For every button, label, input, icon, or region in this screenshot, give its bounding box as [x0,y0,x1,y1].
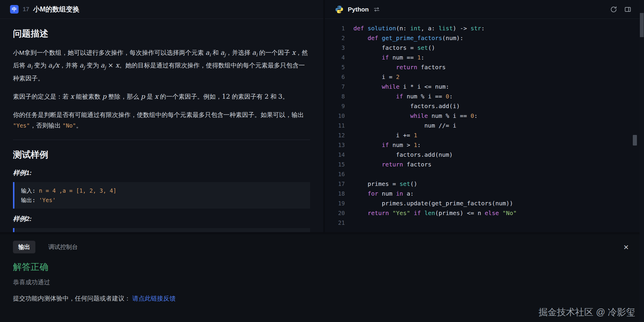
tab-output[interactable]: 输出 [13,241,35,253]
line-number: 18 [325,189,345,199]
code-line[interactable]: 5 return factors [325,62,640,72]
app: 中 17 小M的数组变换 问题描述 小M拿到一个数组，她可以进行多次操作，每次操… [0,0,644,322]
layout-panel-icon[interactable] [624,6,631,13]
page-scrollbar-thumb[interactable] [640,13,644,37]
example-row: 输入: n = 4 ,a = [1, 2, 3, 4] [21,186,304,195]
line-number: 21 [325,218,345,228]
editor-panel: Python [325,0,640,232]
code-line[interactable]: 15 return factors [325,160,640,169]
problem-paragraphs: 小M拿到一个数组，她可以进行多次操作，每次操作可以选择两个元素 ai 和 aj，… [13,47,310,131]
code-line[interactable]: 19 primes.update(get_prime_factors(num)) [325,199,640,208]
code-line[interactable]: 8 if num % i == 0: [325,92,640,101]
line-number: 12 [325,131,345,140]
example-row: 输入: n = 2 ,a = [10, 12] [21,232,304,232]
examples: 样例1:输入: n = 4 ,a = [1, 2, 3, 4]输出: 'Yes'… [13,169,310,232]
line-number: 16 [325,169,345,179]
code-line[interactable]: 3 factors = set() [325,43,640,53]
difficulty-badge: 中 [10,5,19,14]
feedback-link[interactable]: 请点此链接反馈 [132,295,176,302]
line-number: 2 [325,33,345,43]
description-heading: 问题描述 [13,28,310,40]
problem-panel: 中 17 小M的数组变换 问题描述 小M拿到一个数组，她可以进行多次操作，每次操… [0,0,323,232]
line-number: 6 [325,72,345,82]
problem-title: 小M的数组变换 [33,5,79,14]
line-number: 20 [325,208,345,218]
line-number: 1 [325,24,345,33]
line-number: 8 [325,92,345,101]
feedback-row: 提交功能内测体验中，任何问题或者建议： 请点此链接反馈 [13,294,644,303]
editor-actions [610,6,631,13]
code-line[interactable]: 6 i = 2 [325,72,640,82]
result-subtitle: 恭喜成功通过 [13,278,644,286]
language-swap-icon[interactable] [373,6,380,13]
example-label: 样例2: [13,214,310,223]
code-lines: 1def solution(n: int, a: list) -> str:2 … [325,24,640,228]
line-number: 15 [325,160,345,169]
section-divider [13,140,310,140]
language-label: Python [348,6,369,13]
example-label: 样例1: [13,169,310,177]
code-line[interactable]: 12 i += 1 [325,131,640,140]
page-scrollbar[interactable] [640,0,644,322]
example-block: 输入: n = 4 ,a = [1, 2, 3, 4]输出: 'Yes' [13,182,310,209]
line-number: 10 [325,111,345,121]
code-line[interactable]: 21 [325,218,640,228]
console-tabs: 输出 调试控制台 × [0,234,644,253]
code-editor[interactable]: 1def solution(n: int, a: list) -> str:2 … [325,19,640,232]
code-line[interactable]: 9 factors.add(i) [325,101,640,111]
code-line[interactable]: 17 primes = set() [325,179,640,189]
code-line[interactable]: 1def solution(n: int, a: list) -> str: [325,24,640,33]
problem-content[interactable]: 问题描述 小M拿到一个数组，她可以进行多次操作，每次操作可以选择两个元素 ai … [0,19,323,232]
code-line[interactable]: 14 factors.add(num) [325,150,640,160]
code-line[interactable]: 11 num //= i [325,121,640,131]
watermark: 掘金技术社区 @ 冷影玺 [538,306,635,318]
line-number: 19 [325,199,345,208]
code-line[interactable]: 20 return "Yes" if len(primes) <= n else… [325,208,640,218]
line-number: 7 [325,82,345,92]
example-block: 输入: n = 2 ,a = [10, 12]输出: 'No' [13,228,310,232]
problem-number: 17 [23,6,29,13]
code-line[interactable]: 7 while i * i <= num: [325,82,640,92]
line-number: 11 [325,121,345,131]
console-panel: 输出 调试控制台 × 解答正确 恭喜成功通过 提交功能内测体验中，任何问题或者建… [0,234,644,322]
line-number: 14 [325,150,345,160]
example-row: 输出: 'Yes' [21,195,304,205]
code-line[interactable]: 4 if num == 1: [325,53,640,62]
problem-paragraph: 你的任务是判断是否有可能通过有限次操作，使数组中的每个元素最多只包含一种素因子。… [13,110,310,131]
code-line[interactable]: 13 if num > 1: [325,140,640,150]
code-line[interactable]: 10 while num % i == 0: [325,111,640,121]
python-icon [335,5,344,14]
tab-debug-console[interactable]: 调试控制台 [47,243,80,251]
result-status: 解答正确 [13,261,644,273]
examples-heading: 测试样例 [13,149,310,161]
problem-paragraph: 小M拿到一个数组，她可以进行多次操作，每次操作可以选择两个元素 ai 和 aj，… [13,47,310,84]
line-number: 9 [325,101,345,111]
problem-header: 中 17 小M的数组变换 [0,0,323,19]
code-line[interactable]: 16 [325,169,640,179]
editor-header: Python [325,0,640,19]
feedback-text: 提交功能内测体验中，任何问题或者建议： [13,295,132,302]
line-number: 17 [325,179,345,189]
line-number: 4 [325,53,345,62]
close-icon[interactable]: × [622,242,630,252]
line-number: 5 [325,62,345,72]
problem-paragraph: 素因子的定义是：若 x 能被素数 p 整除，那么 p 是 x 的一个素因子。例如… [13,91,310,102]
code-line[interactable]: 18 for num in a: [325,189,640,199]
line-number: 3 [325,43,345,53]
editor-scrollbar-thumb[interactable] [633,135,637,146]
reset-code-icon[interactable] [610,6,617,13]
top-row: 中 17 小M的数组变换 问题描述 小M拿到一个数组，她可以进行多次操作，每次操… [0,0,644,232]
line-number: 13 [325,140,345,150]
code-line[interactable]: 2 def get_prime_factors(num): [325,33,640,43]
